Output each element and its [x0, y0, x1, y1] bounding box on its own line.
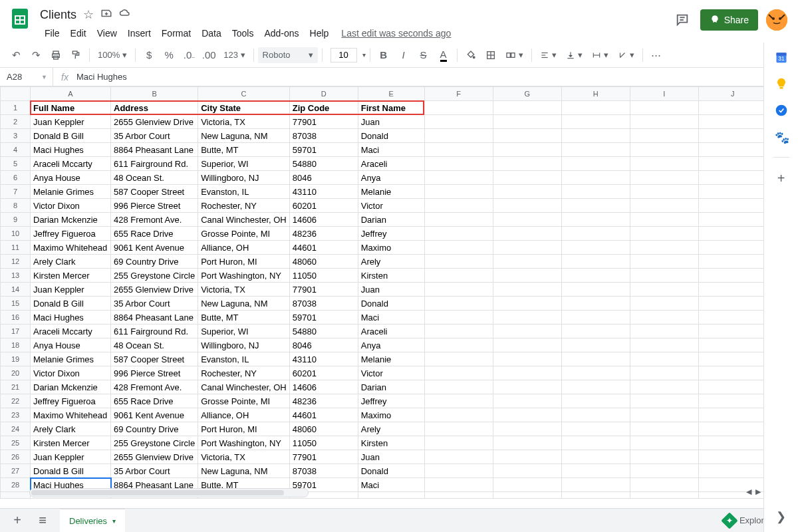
- cell[interactable]: Canal Winchester, OH: [198, 213, 290, 227]
- menu-addons[interactable]: Add-ons: [259, 27, 303, 40]
- currency-button[interactable]: $: [140, 46, 158, 65]
- row-header[interactable]: 5: [1, 157, 31, 171]
- cell[interactable]: Port Washington, NY: [198, 269, 290, 283]
- tasks-icon[interactable]: [775, 104, 788, 117]
- col-header-E[interactable]: E: [358, 87, 424, 101]
- col-header-B[interactable]: B: [111, 87, 198, 101]
- fill-color-button[interactable]: [462, 46, 480, 65]
- cell[interactable]: Juan: [358, 115, 424, 129]
- cell[interactable]: New Laguna, NM: [198, 129, 290, 143]
- cell[interactable]: Juan Keppler: [31, 283, 111, 297]
- row-header[interactable]: 9: [1, 213, 31, 227]
- header-cell[interactable]: City State: [198, 101, 290, 115]
- formula-bar[interactable]: Maci Hughes: [76, 72, 127, 82]
- hide-side-panel-icon[interactable]: ❯: [776, 509, 786, 524]
- row-header[interactable]: 2: [1, 115, 31, 129]
- row-header[interactable]: 16: [1, 311, 31, 325]
- cell[interactable]: Kirsten: [358, 436, 424, 450]
- name-box[interactable]: A28▼: [0, 68, 53, 86]
- move-icon[interactable]: [100, 7, 112, 23]
- cell[interactable]: Anya House: [31, 338, 111, 352]
- menu-file[interactable]: File: [40, 27, 65, 40]
- cell[interactable]: Araceli: [358, 325, 424, 338]
- cell[interactable]: Butte, MT: [198, 311, 290, 325]
- cell[interactable]: Juan Keppler: [31, 450, 111, 464]
- cell[interactable]: 996 Pierce Street: [111, 199, 198, 213]
- wrap-button[interactable]: ▾: [588, 47, 612, 64]
- rotate-button[interactable]: ▾: [614, 47, 638, 64]
- cell[interactable]: Evanston, IL: [198, 352, 290, 366]
- cell[interactable]: Rochester, NY: [198, 366, 290, 380]
- cell[interactable]: Port Washington, NY: [198, 436, 290, 450]
- cell[interactable]: Darian: [358, 213, 424, 227]
- cell[interactable]: Jeffrey: [358, 227, 424, 241]
- cell[interactable]: 48 Ocean St.: [111, 338, 198, 352]
- valign-button[interactable]: ▾: [562, 47, 587, 64]
- col-header-G[interactable]: G: [493, 87, 561, 101]
- cell[interactable]: Melanie: [358, 352, 424, 366]
- h-scrollbar[interactable]: [29, 488, 309, 497]
- cell[interactable]: Araceli Mccarty: [31, 157, 111, 171]
- cell[interactable]: 8046: [289, 171, 358, 185]
- cell[interactable]: Juan: [358, 450, 424, 464]
- cell[interactable]: Kirsten: [358, 269, 424, 283]
- cell[interactable]: 35 Arbor Court: [111, 464, 198, 478]
- cell[interactable]: Victoria, TX: [198, 283, 290, 297]
- cell[interactable]: 8864 Pheasant Lane: [111, 143, 198, 157]
- cell[interactable]: 8864 Pheasant Lane: [111, 311, 198, 325]
- h-scroll-arrows[interactable]: ◀ ▶: [746, 487, 761, 496]
- cell[interactable]: Kirsten Mercer: [31, 269, 111, 283]
- cell[interactable]: Rochester, NY: [198, 199, 290, 213]
- decrease-decimal-button[interactable]: .0_: [180, 46, 198, 65]
- col-header-A[interactable]: A: [31, 87, 111, 101]
- cell[interactable]: Arely: [358, 422, 424, 436]
- row-header[interactable]: 4: [1, 143, 31, 157]
- cell[interactable]: Donald: [358, 297, 424, 311]
- cell[interactable]: Jeffrey Figueroa: [31, 227, 111, 241]
- row-header[interactable]: 28: [1, 478, 31, 492]
- font-size-input[interactable]: [331, 48, 357, 63]
- menu-data[interactable]: Data: [197, 27, 226, 40]
- cell[interactable]: Donald B Gill: [31, 464, 111, 478]
- spreadsheet-grid[interactable]: ABCDEFGHIJ 1Full NameAddressCity StateZi…: [0, 86, 767, 499]
- cell[interactable]: Evanston, IL: [198, 185, 290, 199]
- cell[interactable]: 655 Race Drive: [111, 227, 198, 241]
- more-toolbar-button[interactable]: ⋯: [647, 46, 666, 65]
- col-header-I[interactable]: I: [630, 87, 698, 101]
- cell[interactable]: Araceli Mccarty: [31, 325, 111, 338]
- row-header[interactable]: 6: [1, 171, 31, 185]
- menu-help[interactable]: Help: [305, 27, 334, 40]
- calendar-icon[interactable]: 31: [775, 51, 788, 64]
- cell[interactable]: Darian: [358, 380, 424, 394]
- row-header[interactable]: 25: [1, 436, 31, 450]
- cell[interactable]: Maximo Whitehead: [31, 408, 111, 422]
- cell[interactable]: Anya House: [31, 171, 111, 185]
- percent-button[interactable]: %: [160, 46, 178, 65]
- cell[interactable]: Canal Winchester, OH: [198, 380, 290, 394]
- undo-button[interactable]: ↶: [7, 46, 25, 65]
- comments-icon[interactable]: [672, 10, 692, 30]
- row-header[interactable]: 14: [1, 283, 31, 297]
- cell[interactable]: Willingboro, NJ: [198, 171, 290, 185]
- cell[interactable]: 9061 Kent Avenue: [111, 241, 198, 255]
- cell[interactable]: Victor Dixon: [31, 366, 111, 380]
- cell[interactable]: Willingboro, NJ: [198, 338, 290, 352]
- row-header[interactable]: 23: [1, 408, 31, 422]
- cell[interactable]: 87038: [289, 129, 358, 143]
- menu-insert[interactable]: Insert: [123, 27, 156, 40]
- cell[interactable]: Grosse Pointe, MI: [198, 394, 290, 408]
- cell[interactable]: Araceli: [358, 157, 424, 171]
- col-header-H[interactable]: H: [561, 87, 630, 101]
- col-header-J[interactable]: J: [698, 87, 767, 101]
- cell[interactable]: 8046: [289, 338, 358, 352]
- row-header[interactable]: 20: [1, 366, 31, 380]
- cell[interactable]: Victoria, TX: [198, 450, 290, 464]
- menu-view[interactable]: View: [92, 27, 122, 40]
- cell[interactable]: 48 Ocean St.: [111, 171, 198, 185]
- print-button[interactable]: [47, 46, 65, 65]
- cell[interactable]: 996 Pierce Street: [111, 366, 198, 380]
- cell[interactable]: Victor: [358, 199, 424, 213]
- row-header[interactable]: 3: [1, 129, 31, 143]
- cell[interactable]: Arely Clark: [31, 255, 111, 269]
- font-size-dropdown-icon[interactable]: ▾: [362, 51, 366, 59]
